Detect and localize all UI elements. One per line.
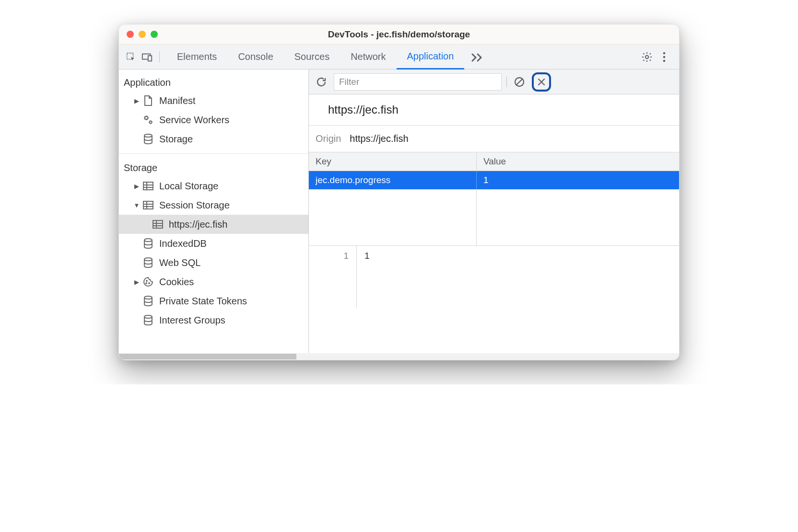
traffic-lights [127,31,158,38]
empty-cell [309,189,477,245]
window-title: DevTools - jec.fish/demo/storage [119,29,679,40]
svg-point-13 [144,239,152,242]
content-area: Application ▶ Manifest ▶ Service Workers [119,69,679,353]
svg-point-9 [144,134,152,137]
label: Storage [159,134,193,145]
svg-point-16 [146,283,147,284]
svg-point-15 [146,280,147,281]
sidebar-item-storage[interactable]: ▶ Storage [119,129,308,149]
svg-point-3 [645,55,648,58]
label: Local Storage [159,181,218,192]
refresh-icon[interactable] [314,74,329,90]
separator [159,51,160,63]
svg-point-18 [144,296,152,299]
sidebar-item-indexeddb[interactable]: ▶ IndexedDB [119,234,308,253]
tab-network[interactable]: Network [340,45,396,69]
sidebar-item-interest-groups[interactable]: ▶ Interest Groups [119,311,308,330]
svg-rect-2 [148,56,152,61]
collapse-arrow-icon[interactable]: ▼ [133,202,140,209]
horizontal-scrollbar[interactable] [119,353,679,360]
tab-sources[interactable]: Sources [284,45,340,69]
label: Private State Tokens [159,296,247,307]
preview-content[interactable]: 1 [357,246,377,308]
inspect-element-icon[interactable] [123,49,139,65]
sidebar-item-private-state[interactable]: ▶ Private State Tokens [119,291,308,311]
sidebar-item-session-origin[interactable]: https://jec.fish [119,215,308,234]
line-number: 1 [309,246,357,308]
sidebar-item-cookies[interactable]: ▶ Cookies [119,272,308,291]
origin-label: Origin [316,133,341,144]
expand-arrow-icon[interactable]: ▶ [133,97,140,104]
svg-rect-11 [143,201,153,209]
document-icon [142,94,154,107]
clear-all-icon[interactable] [512,74,527,90]
sidebar-item-websql[interactable]: ▶ Web SQL [119,253,308,272]
label: Service Workers [159,115,229,126]
tab-elements[interactable]: Elements [166,45,227,69]
minimize-window-icon[interactable] [139,31,146,38]
close-window-icon[interactable] [127,31,134,38]
storage-table: Key Value jec.demo.progress 1 [309,152,679,246]
table-header: Key Value [309,152,679,171]
col-key[interactable]: Key [309,152,477,171]
storage-action-bar [309,69,679,94]
svg-point-6 [663,59,666,62]
database-icon [142,256,154,269]
tab-console[interactable]: Console [227,45,283,69]
grid-icon [142,199,154,211]
origin-row: Origin https://jec.fish [309,126,679,152]
filter-input[interactable] [334,73,502,91]
col-value[interactable]: Value [477,152,679,171]
zoom-window-icon[interactable] [151,31,158,38]
panel-tabs: Elements Console Sources Network Applica… [166,45,639,69]
sidebar-item-local-storage[interactable]: ▶ Local Storage [119,176,308,196]
sidebar-item-service-workers[interactable]: ▶ Service Workers [119,110,308,129]
database-icon [142,133,154,145]
section-storage: Storage [119,159,308,176]
storage-panel: https://jec.fish Origin https://jec.fish… [309,69,679,353]
label: https://jec.fish [169,219,227,230]
svg-point-4 [663,52,666,54]
toolbar-right [639,49,672,65]
svg-rect-12 [153,220,163,228]
kebab-menu-icon[interactable] [656,49,672,65]
expand-arrow-icon[interactable]: ▶ [133,278,140,286]
scrollbar-thumb[interactable] [119,354,296,359]
divider [119,153,308,154]
grid-icon [152,218,164,231]
sidebar-item-manifest[interactable]: ▶ Manifest [119,91,308,110]
empty-cell [477,189,679,245]
label: Interest Groups [159,315,225,326]
database-icon [142,314,154,326]
more-tabs-icon[interactable] [464,45,490,69]
label: Manifest [159,95,196,106]
table-row[interactable]: jec.demo.progress 1 [309,171,679,189]
label: Web SQL [159,257,200,268]
titlebar: DevTools - jec.fish/demo/storage [119,24,679,45]
gears-icon [142,114,154,126]
sidebar-item-session-storage[interactable]: ▼ Session Storage [119,196,308,215]
application-sidebar[interactable]: Application ▶ Manifest ▶ Service Workers [119,69,309,353]
tab-application[interactable]: Application [397,45,465,69]
value-preview: 1 1 [309,246,679,308]
svg-point-19 [144,315,152,318]
grid-icon [142,180,154,192]
cookie-icon [142,276,154,288]
expand-arrow-icon[interactable]: ▶ [133,183,140,190]
origin-heading: https://jec.fish [309,94,679,126]
delete-selected-highlight [532,72,551,92]
origin-value: https://jec.fish [350,133,408,144]
settings-icon[interactable] [639,49,655,65]
device-toolbar-icon[interactable] [139,49,155,65]
svg-rect-10 [143,182,153,190]
section-application: Application [119,73,308,91]
devtools-window: DevTools - jec.fish/demo/storage Element… [118,24,680,360]
svg-point-8 [150,121,152,124]
delete-selected-icon[interactable] [535,75,548,89]
cell-value[interactable]: 1 [477,171,679,189]
label: IndexedDB [159,238,207,249]
main-toolbar: Elements Console Sources Network Applica… [119,45,679,69]
table-body: jec.demo.progress 1 [309,171,679,245]
cell-key[interactable]: jec.demo.progress [309,171,477,189]
database-icon [142,295,154,307]
